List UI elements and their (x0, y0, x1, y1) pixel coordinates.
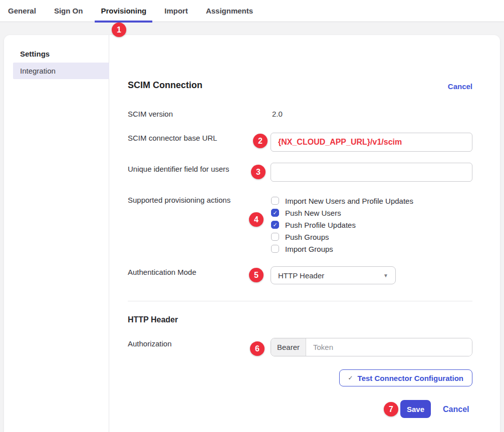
tab-import[interactable]: Import (164, 0, 188, 22)
checkbox-label: Push New Users (285, 209, 341, 217)
token-input[interactable] (306, 338, 472, 356)
scim-version-label: SCIM version (128, 110, 173, 118)
test-connector-label: Test Connector Configuration (358, 374, 463, 382)
tab-assignments[interactable]: Assignments (206, 0, 253, 22)
cancel-link-top[interactable]: Cancel (448, 82, 472, 91)
checkbox-label: Push Groups (285, 233, 329, 241)
auth-mode-select[interactable]: HTTP Header ▼ (271, 266, 396, 284)
tab-sign-on[interactable]: Sign On (54, 0, 83, 22)
provisioning-actions-label: Supported provisioning actions (128, 196, 230, 204)
unique-id-label: Unique identifier field for users (128, 165, 229, 173)
provisioning-form: SCIM Connection Cancel SCIM version 2.0 … (4, 35, 500, 432)
auth-mode-label: Authentication Mode (128, 268, 196, 276)
http-header-heading: HTTP Header (128, 315, 178, 324)
annotation-badge-2: 2 (253, 134, 268, 148)
check-icon: ✓ (348, 374, 353, 381)
annotation-badge-3: 3 (251, 165, 266, 179)
save-button[interactable]: Save (400, 400, 431, 418)
checkbox-label: Push Profile Updates (285, 221, 356, 229)
app-window: General Sign On Provisioning Import Assi… (0, 0, 504, 432)
page-title: SCIM Connection (128, 80, 202, 91)
tab-general[interactable]: General (8, 0, 36, 22)
tab-bar: General Sign On Provisioning Import Assi… (0, 0, 504, 22)
checkbox-label: Import Groups (285, 245, 333, 253)
checkbox-icon[interactable] (271, 233, 279, 241)
checkbox-icon[interactable] (271, 197, 279, 205)
checkbox-icon[interactable] (271, 209, 279, 217)
content-card: Settings Integration SCIM Connection Can… (4, 35, 500, 432)
annotation-badge-4: 4 (249, 212, 264, 227)
unique-id-input[interactable] (271, 163, 472, 182)
tab-provisioning[interactable]: Provisioning (101, 0, 146, 22)
base-url-label: SCIM connector base URL (128, 134, 217, 142)
authorization-input-group: Bearer (271, 338, 472, 356)
checkbox-row-push-profile-updates[interactable]: Push Profile Updates (271, 219, 356, 231)
cancel-link-bottom[interactable]: Cancel (443, 405, 469, 414)
annotation-badge-7: 7 (384, 402, 398, 416)
authorization-label: Authorization (128, 339, 172, 348)
bearer-prefix: Bearer (271, 338, 306, 356)
checkbox-row-import-groups[interactable]: Import Groups (271, 243, 333, 255)
checkbox-icon[interactable] (271, 221, 279, 229)
annotation-badge-1: 1 (112, 23, 126, 37)
section-divider (128, 301, 472, 301)
annotation-badge-5: 5 (249, 268, 264, 282)
checkbox-icon[interactable] (271, 245, 279, 253)
checkbox-row-import-new-users[interactable]: Import New Users and Profile Updates (271, 195, 413, 207)
chevron-down-icon: ▼ (383, 273, 388, 278)
checkbox-row-push-new-users[interactable]: Push New Users (271, 207, 341, 219)
test-connector-button[interactable]: ✓ Test Connector Configuration (339, 369, 472, 386)
checkbox-row-push-groups[interactable]: Push Groups (271, 231, 329, 243)
scim-version-value: 2.0 (272, 110, 283, 118)
auth-mode-value: HTTP Header (278, 271, 324, 280)
base-url-input[interactable] (271, 133, 472, 152)
checkbox-label: Import New Users and Profile Updates (285, 197, 413, 205)
annotation-badge-6: 6 (250, 341, 265, 356)
